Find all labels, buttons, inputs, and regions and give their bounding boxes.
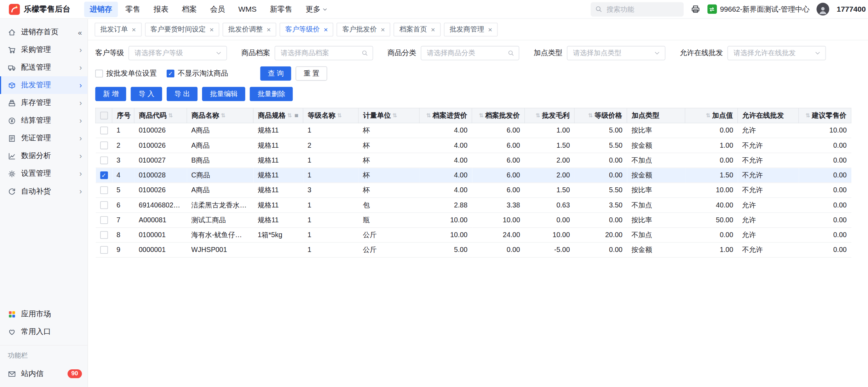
filter-select-允许在线批发[interactable] [728,46,826,60]
column-header-purchase[interactable]: ⇅档案进货价 [419,108,472,123]
checkbox-box[interactable] [95,70,103,77]
row-checkbox[interactable] [100,216,108,224]
import-button[interactable]: 导 入 [131,87,162,101]
sidebar-item-数据分析[interactable]: 数据分析› [0,147,87,165]
column-header-code[interactable]: 商品代码⇅ [134,108,187,123]
query-button[interactable]: 查 询 [260,66,291,81]
batch-delete-button[interactable]: 批量删除 [250,87,293,101]
table-row[interactable]: 66914068027968洁柔黑古龙香水味可…规格111包2.883.380.… [96,198,851,212]
table-row[interactable]: 30100027B商品规格111杯4.006.002.000.00不加点0.00… [96,153,851,168]
select-all-checkbox[interactable] [96,108,112,123]
sidebar-item-库存管理[interactable]: 库存管理› [0,94,87,112]
filter-select-客户等级[interactable] [128,46,227,60]
cell-code: 0100026 [134,138,187,153]
close-icon[interactable]: × [209,26,214,33]
sidebar-item-进销存首页[interactable]: 进销存首页« [0,23,87,41]
row-checkbox[interactable] [100,157,108,164]
table-row[interactable]: 20100026A商品规格112杯4.006.001.505.50按金额1.00… [96,138,851,153]
close-icon[interactable]: × [431,26,435,33]
tab-客户要货时间设定[interactable]: 客户要货时间设定× [145,23,219,36]
column-header-unit[interactable]: 计量单位⇅ [358,108,419,123]
close-icon[interactable]: × [381,26,385,33]
collapse-sidebar-icon[interactable]: « [78,29,82,36]
row-checkbox[interactable] [100,246,108,254]
checkbox-box[interactable] [100,112,108,119]
batch-edit-button[interactable]: 批量编辑 [202,87,246,101]
sidebar-item-结算管理[interactable]: 结算管理› [0,112,87,129]
top-menu-item-新零售[interactable]: 新零售 [264,1,298,17]
sidebar-item-采购管理[interactable]: 采购管理› [0,41,87,59]
close-icon[interactable]: × [324,26,328,33]
org-switcher[interactable]: 99662-新界面测试-管理中心 [707,4,810,14]
row-checkbox[interactable] [100,127,108,134]
top-menu-item-零售[interactable]: 零售 [120,1,146,17]
sidebar-item-配送管理[interactable]: 配送管理› [0,59,87,76]
cell-online: 不允许 [738,153,799,168]
column-header-point_value[interactable]: ⇅加点值 [685,108,738,123]
search-input[interactable] [605,5,679,13]
column-header-profit[interactable]: ⇅批发毛利 [524,108,574,123]
avatar[interactable] [817,3,829,16]
column-filter-icon[interactable]: ≡ [294,112,298,119]
top-menu-item-更多[interactable]: 更多 [300,1,333,17]
filter-select-加点类型[interactable] [567,46,665,60]
sidebar-item-应用市场[interactable]: 应用市场 [0,305,87,323]
filter-field-商品档案[interactable] [280,49,358,58]
printer-icon[interactable] [691,5,700,14]
top-menu-item-WMS[interactable]: WMS [233,2,262,16]
row-checkbox[interactable] [100,186,108,194]
column-header-retail[interactable]: ⇅建议零售价 [799,108,851,123]
column-header-wholesale[interactable]: ⇅档案批发价 [472,108,525,123]
reset-button[interactable]: 重 置 [296,66,327,81]
table-row[interactable]: 80100001海有水-鱿鱼仔（原…1箱*5kg1公斤10.0024.0010.… [96,228,851,242]
sidebar-item-messages[interactable]: 站内信 90 [0,365,87,383]
cell-wholesale: 6.00 [472,123,525,138]
top-menu-item-进销存[interactable]: 进销存 [84,1,118,17]
cell-retail: 0.00 [799,213,851,228]
tab-客户等级价[interactable]: 客户等级价× [280,23,333,36]
sidebar-item-常用入口[interactable]: 常用入口 [0,323,87,341]
table-row[interactable]: 7A000081测试工商品规格111瓶10.0010.000.000.00按比率… [96,213,851,228]
filter-field-商品分类[interactable] [426,49,504,58]
top-menu-item-报表[interactable]: 报表 [148,1,174,17]
top-menu-item-档案[interactable]: 档案 [176,1,202,17]
close-icon[interactable]: × [132,26,136,33]
table-row[interactable]: ✓40100028C商品规格111杯4.006.002.000.00按金额1.5… [96,168,851,183]
tab-档案首页[interactable]: 档案首页× [394,23,441,36]
checkbox-不显示淘汰商品[interactable]: ✓不显示淘汰商品 [167,69,228,78]
tab-批发价调整[interactable]: 批发价调整× [223,23,276,36]
sidebar-item-自动补货[interactable]: 自动补货› [0,182,87,200]
checkbox-按批发单位设置[interactable]: 按批发单位设置 [95,69,157,78]
row-checkbox[interactable]: ✓ [100,171,108,179]
filter-field-加点类型[interactable] [572,49,650,58]
top-menu-item-会员[interactable]: 会员 [205,1,231,17]
export-button[interactable]: 导 出 [167,87,198,101]
table-row[interactable]: 50100026A商品规格113杯4.006.001.505.50按比率10.0… [96,183,851,198]
column-header-level[interactable]: 等级名称⇅ [303,108,358,123]
cell-point_type: 按比率 [627,183,685,198]
table-row[interactable]: 10100026A商品规格111杯4.006.001.005.00按比率0.00… [96,123,851,138]
filter-field-允许在线批发[interactable] [732,49,811,58]
row-checkbox[interactable] [100,231,108,239]
row-checkbox[interactable] [100,141,108,149]
sidebar-item-设置管理[interactable]: 设置管理› [0,165,87,182]
add-button[interactable]: 新 增 [95,87,126,101]
close-icon[interactable]: × [488,26,492,33]
filter-input-商品档案[interactable] [275,46,373,60]
sidebar-item-批发管理[interactable]: 批发管理› [0,76,87,94]
close-icon[interactable]: × [267,26,271,33]
column-header-name[interactable]: 商品名称⇅ [187,108,253,123]
tab-批发订单[interactable]: 批发订单× [95,23,142,36]
tab-批发商管理[interactable]: 批发商管理× [444,23,498,36]
table-row[interactable]: 90000001WJHSP0011公斤5.000.00-5.000.00按金额1… [96,242,851,257]
row-checkbox[interactable] [100,201,108,209]
tab-客户批发价[interactable]: 客户批发价× [337,23,391,36]
column-header-spec[interactable]: 商品规格⇅≡ [253,108,303,123]
filter-field-客户等级[interactable] [133,49,212,58]
column-header-level_price[interactable]: ⇅等级价格 [574,108,627,123]
filter-input-商品分类[interactable] [421,46,519,60]
filter-label: 允许在线批发 [680,48,723,58]
sidebar-item-凭证管理[interactable]: 凭证管理› [0,129,87,147]
global-search[interactable] [591,2,684,16]
checkbox-box[interactable]: ✓ [167,70,174,77]
